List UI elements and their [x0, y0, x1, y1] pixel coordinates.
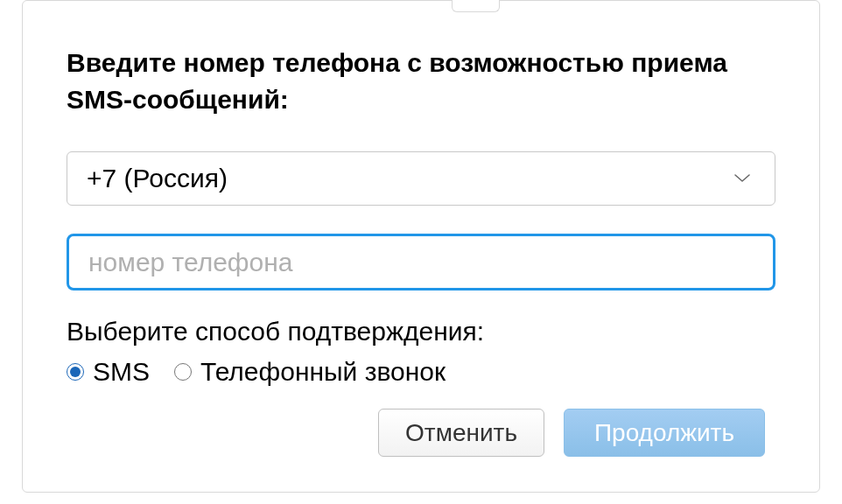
radio-call-label: Телефонный звонок [200, 357, 446, 387]
radio-option-sms[interactable]: SMS [67, 357, 150, 387]
phone-number-input[interactable] [67, 234, 775, 290]
radio-sms-input[interactable] [67, 363, 84, 381]
radio-option-call[interactable]: Телефонный звонок [174, 357, 446, 387]
chevron-down-icon [734, 174, 750, 183]
continue-button[interactable]: Продолжить [564, 409, 765, 457]
verification-method-label: Выберите способ подтверждения: [67, 317, 775, 346]
verification-method-group: SMS Телефонный звонок [67, 357, 775, 387]
dialog-button-row: Отменить Продолжить [378, 409, 765, 457]
radio-sms-label: SMS [93, 357, 150, 387]
radio-call-input[interactable] [174, 363, 192, 381]
country-selected-label: +7 (Россия) [87, 164, 228, 193]
dialog-notch [452, 0, 500, 12]
phone-verification-dialog: Введите номер телефона с возможностью пр… [22, 0, 820, 493]
cancel-button[interactable]: Отменить [378, 409, 544, 457]
instruction-text: Введите номер телефона с возможностью пр… [67, 45, 775, 118]
country-code-select[interactable]: +7 (Россия) [67, 151, 775, 206]
